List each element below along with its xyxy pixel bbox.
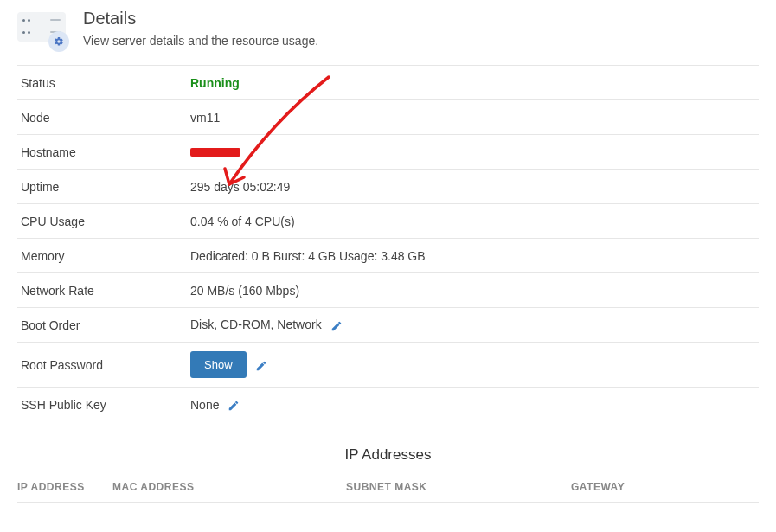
page-title: Details — [83, 9, 318, 29]
memory-label: Memory — [17, 249, 190, 263]
show-password-button[interactable]: Show — [190, 351, 247, 378]
uptime-label: Uptime — [17, 180, 190, 194]
boot-label: Boot Order — [17, 318, 190, 332]
memory-value: Dedicated: 0 B Burst: 4 GB Usage: 3.48 G… — [190, 249, 759, 263]
col-ip-address: IP ADDRESS — [17, 481, 112, 493]
network-label: Network Rate — [17, 284, 190, 298]
page-header: Details View server details and the reso… — [0, 0, 776, 65]
row-uptime: Uptime 295 days 05:02:49 — [17, 170, 759, 204]
edit-ssh-icon[interactable] — [228, 398, 240, 412]
row-node: Node vm11 — [17, 100, 759, 135]
row-root-password: Root Password Show — [17, 343, 759, 388]
server-gear-icon — [17, 12, 66, 47]
row-memory: Memory Dedicated: 0 B Burst: 4 GB Usage:… — [17, 239, 759, 273]
gear-icon — [48, 31, 69, 52]
node-label: Node — [17, 111, 190, 125]
details-table: Status Running Node vm11 Hostname Uptime… — [17, 65, 759, 422]
status-label: Status — [17, 76, 190, 90]
page-subtitle: View server details and the resource usa… — [83, 34, 318, 48]
boot-value: Disk, CD-ROM, Network — [190, 317, 322, 331]
row-boot: Boot Order Disk, CD-ROM, Network — [17, 308, 759, 343]
uptime-value: 295 days 05:02:49 — [190, 180, 759, 194]
ip-addresses-title: IP Addresses — [0, 446, 776, 464]
ssh-label: SSH Public Key — [17, 398, 190, 412]
hostname-redacted — [190, 148, 240, 157]
ip-table: IP ADDRESS MAC ADDRESS SUBNET MASK GATEW… — [17, 481, 759, 503]
row-status: Status Running — [17, 66, 759, 100]
row-ssh: SSH Public Key None — [17, 388, 759, 422]
cpu-label: CPU Usage — [17, 215, 190, 228]
cpu-value: 0.04 % of 4 CPU(s) — [190, 215, 759, 228]
root-password-label: Root Password — [17, 358, 190, 372]
col-gateway: GATEWAY — [571, 481, 759, 493]
col-mac-address: MAC ADDRESS — [112, 481, 346, 493]
edit-boot-icon[interactable] — [330, 317, 343, 331]
col-subnet-mask: SUBNET MASK — [346, 481, 571, 493]
status-value: Running — [190, 76, 240, 90]
node-value: vm11 — [190, 111, 759, 125]
ssh-value: None — [190, 398, 219, 412]
hostname-value — [190, 148, 759, 157]
network-value: 20 MB/s (160 Mbps) — [190, 284, 759, 298]
edit-password-icon[interactable] — [255, 357, 267, 371]
hostname-label: Hostname — [17, 145, 190, 159]
ip-table-header: IP ADDRESS MAC ADDRESS SUBNET MASK GATEW… — [17, 481, 759, 503]
row-hostname: Hostname — [17, 135, 759, 170]
row-network: Network Rate 20 MB/s (160 Mbps) — [17, 273, 759, 308]
row-cpu: CPU Usage 0.04 % of 4 CPU(s) — [17, 204, 759, 239]
